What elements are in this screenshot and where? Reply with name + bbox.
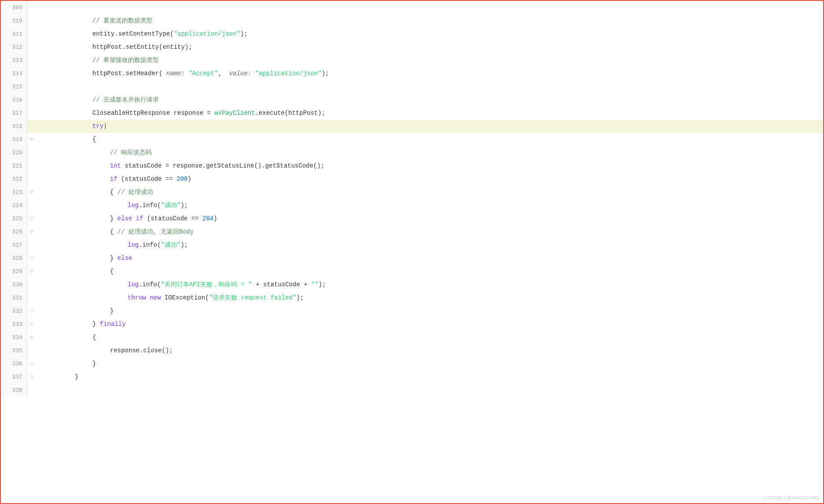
- line-number: 317: [1, 106, 27, 120]
- code-text: int statusCode = response.getStatusLine(…: [36, 159, 823, 172]
- line-number: 337: [1, 370, 27, 383]
- code-line-337: 337 □ }: [1, 370, 823, 383]
- code-text: // 完成签名并执行请求: [36, 93, 823, 106]
- line-number: 331: [1, 291, 27, 304]
- fold-gutter: [27, 40, 36, 54]
- code-line-320: 320 // 响应状态码: [1, 146, 823, 159]
- fold-gutter: [27, 106, 36, 120]
- code-line-317: 317 CloseableHttpResponse response = wxP…: [1, 106, 823, 120]
- fold-gutter: [27, 67, 36, 80]
- code-line-319: 319 ▽ {: [1, 133, 823, 146]
- code-text: }: [36, 357, 823, 370]
- line-number: 323: [1, 186, 27, 199]
- fold-gutter: □: [27, 304, 36, 318]
- fold-gutter: [27, 1, 36, 14]
- line-number: 311: [1, 27, 27, 40]
- fold-gutter: ▽: [27, 225, 36, 238]
- fold-gutter: [27, 383, 36, 397]
- code-line-314: 314 httpPost.setHeader( name: "Accept", …: [1, 67, 823, 80]
- code-line-332: 332 □ }: [1, 304, 823, 318]
- code-text: }: [36, 370, 823, 383]
- line-number: 327: [1, 238, 27, 252]
- code-text: {: [36, 331, 823, 344]
- line-number: 312: [1, 40, 27, 54]
- line-number: 314: [1, 67, 27, 80]
- code-line-325: 325 □ } else if (statusCode == 204): [1, 212, 823, 225]
- fold-gutter: [27, 54, 36, 67]
- fold-gutter: □: [27, 370, 36, 383]
- code-text: log.info("关闭订单API失败，响应码 = " + statusCode…: [36, 278, 823, 291]
- code-line-334: 334 ▽ {: [1, 331, 823, 344]
- code-text: {: [36, 133, 823, 146]
- code-line-335: 335 response.close();: [1, 344, 823, 357]
- code-text: // 要发送的数据类型: [36, 14, 823, 27]
- fold-gutter: [27, 146, 36, 159]
- fold-gutter: □: [27, 357, 36, 370]
- line-number: 329: [1, 265, 27, 278]
- code-text: { // 处理成功, 无返回Body: [36, 225, 823, 238]
- code-text: httpPost.setEntity(entity);: [36, 40, 823, 54]
- fold-gutter: [27, 172, 36, 186]
- line-number: 333: [1, 318, 27, 331]
- code-line-321: 321 int statusCode = response.getStatusL…: [1, 159, 823, 172]
- code-line-326: 326 ▽ { // 处理成功, 无返回Body: [1, 225, 823, 238]
- line-number: 334: [1, 331, 27, 344]
- line-number: 316: [1, 93, 27, 106]
- fold-gutter: □: [27, 212, 36, 225]
- code-text: } finally: [36, 318, 823, 331]
- line-number: 330: [1, 278, 27, 291]
- code-text: log.info("成功");: [36, 199, 823, 212]
- line-number: 310: [1, 14, 27, 27]
- fold-gutter: [27, 93, 36, 106]
- code-line-309: 309: [1, 1, 823, 14]
- fold-gutter: [27, 291, 36, 304]
- code-text: {: [36, 265, 823, 278]
- code-line-323: 323 ▽ { // 处理成功: [1, 186, 823, 199]
- code-line-327: 327 log.info("成功");: [1, 238, 823, 252]
- fold-gutter: [27, 27, 36, 40]
- code-line-322: 322 if (statusCode == 200): [1, 172, 823, 186]
- code-text: try|: [36, 120, 823, 133]
- fold-gutter: [27, 120, 36, 133]
- line-number: 320: [1, 146, 27, 159]
- code-line-331: 331 throw new IOException("请求失败 request …: [1, 291, 823, 304]
- watermark: CSDN@江南HANDSOME: [763, 495, 820, 501]
- code-line-315: 315: [1, 80, 823, 93]
- code-text: httpPost.setHeader( name: "Accept", valu…: [36, 67, 823, 80]
- fold-gutter: ▽: [27, 186, 36, 199]
- fold-gutter: □: [27, 318, 36, 331]
- code-text: entity.setContentType("application/json"…: [36, 27, 823, 40]
- line-number: 322: [1, 172, 27, 186]
- code-line-312: 312 httpPost.setEntity(entity);: [1, 40, 823, 54]
- fold-gutter: [27, 14, 36, 27]
- line-number: 315: [1, 80, 27, 93]
- code-text: log.info("成功");: [36, 238, 823, 252]
- code-line-333: 333 □ } finally: [1, 318, 823, 331]
- line-number: 338: [1, 383, 27, 397]
- code-text: } else if (statusCode == 204): [36, 212, 823, 225]
- code-text: { // 处理成功: [36, 186, 823, 199]
- code-text: [36, 1, 823, 14]
- code-line-313: 313 // 希望接收的数据类型: [1, 54, 823, 67]
- code-text: [36, 383, 823, 397]
- line-number: 326: [1, 225, 27, 238]
- code-line-311: 311 entity.setContentType("application/j…: [1, 27, 823, 40]
- code-line-316: 316 // 完成签名并执行请求: [1, 93, 823, 106]
- line-number: 332: [1, 304, 27, 318]
- line-number: 336: [1, 357, 27, 370]
- fold-gutter: ▽: [27, 265, 36, 278]
- fold-gutter: ▽: [27, 133, 36, 146]
- fold-gutter: [27, 344, 36, 357]
- fold-gutter: [27, 238, 36, 252]
- line-number: 309: [1, 1, 27, 14]
- fold-gutter: [27, 278, 36, 291]
- line-number: 325: [1, 212, 27, 225]
- code-text: CloseableHttpResponse response = wxPayCl…: [36, 106, 823, 120]
- code-text: throw new IOException("请求失败 request fail…: [36, 291, 823, 304]
- line-number: 335: [1, 344, 27, 357]
- code-text: [36, 80, 823, 93]
- fold-gutter: [27, 199, 36, 212]
- code-text: response.close();: [36, 344, 823, 357]
- code-line-329: 329 ▽ {: [1, 265, 823, 278]
- fold-gutter: □: [27, 252, 36, 265]
